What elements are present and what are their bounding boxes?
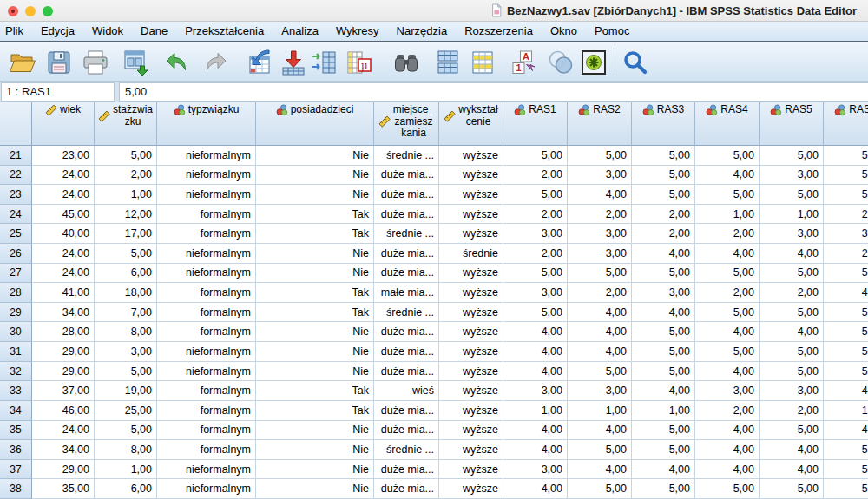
data-cell[interactable]: duże mia... <box>374 342 439 362</box>
data-cell[interactable]: 5,00 <box>695 185 760 205</box>
data-cell[interactable]: 4,00 <box>695 460 760 480</box>
data-cell[interactable]: 41,00 <box>32 283 95 303</box>
data-cell[interactable]: Nie <box>256 479 374 499</box>
data-cell[interactable]: 5,00 <box>760 146 824 166</box>
data-cell[interactable]: 5,00 <box>632 421 695 441</box>
row-number-cell[interactable]: 30 <box>0 322 32 342</box>
data-cell[interactable]: wyższe <box>439 146 503 166</box>
data-cell[interactable]: 5,00 <box>568 440 632 460</box>
data-cell[interactable]: formalnym <box>157 421 256 441</box>
data-cell[interactable]: duże mia... <box>374 362 439 382</box>
data-cell[interactable]: 3,00 <box>760 381 824 401</box>
data-cell[interactable]: 3,00 <box>568 244 632 264</box>
data-cell[interactable]: duże mia... <box>374 401 439 421</box>
data-cell[interactable]: 34,00 <box>32 303 95 323</box>
data-cell[interactable]: 1,00 <box>760 205 824 225</box>
data-cell[interactable]: 5,00 <box>760 362 824 382</box>
data-cell[interactable]: 2,00 <box>95 166 157 186</box>
data-cell[interactable]: 6,00 <box>95 479 157 499</box>
data-cell[interactable]: Nie <box>256 342 374 362</box>
data-cell[interactable]: średnie ... <box>374 224 439 244</box>
data-cell[interactable]: 5,00 <box>632 185 695 205</box>
data-cell[interactable]: duże mia... <box>374 205 439 225</box>
data-cell[interactable]: wyższe <box>439 205 503 225</box>
toolbar-recall-dialogs-button[interactable] <box>120 47 151 78</box>
data-cell[interactable]: 28,00 <box>32 322 95 342</box>
data-cell[interactable]: 4,00 <box>503 440 568 460</box>
data-cell[interactable]: wyższe <box>439 479 503 499</box>
column-header-ras4[interactable]: RAS4 <box>695 102 760 146</box>
data-cell[interactable]: 6,00 <box>95 264 157 284</box>
menu-item-edycja[interactable]: Edycja <box>32 22 83 41</box>
data-cell[interactable]: 2,00 <box>760 401 824 421</box>
data-cell[interactable]: 4,00 <box>695 440 760 460</box>
data-cell[interactable]: 4,00 <box>760 460 824 480</box>
data-cell[interactable]: duże mia... <box>374 264 439 284</box>
data-cell[interactable]: 5,00 <box>760 264 824 284</box>
row-number-cell[interactable]: 32 <box>0 362 32 382</box>
data-cell[interactable]: Tak <box>256 401 374 421</box>
data-cell[interactable]: duże mia... <box>374 244 439 264</box>
data-cell[interactable]: 5,00 <box>824 440 868 460</box>
menu-item-narzedzia[interactable]: Narzędzia <box>388 22 457 41</box>
row-number-cell[interactable]: 36 <box>0 440 32 460</box>
row-number-cell[interactable]: 35 <box>0 421 32 441</box>
data-cell[interactable]: 3,00 <box>760 166 824 186</box>
data-cell[interactable]: wieś <box>374 381 439 401</box>
data-cell[interactable]: 4,00 <box>824 381 868 401</box>
data-cell[interactable]: 4,00 <box>695 322 760 342</box>
data-cell[interactable]: duże mia... <box>374 479 439 499</box>
data-cell[interactable]: średnie ... <box>374 146 439 166</box>
data-cell[interactable]: wyższe <box>439 460 503 480</box>
data-cell[interactable]: 5,00 <box>824 322 868 342</box>
data-cell[interactable]: 5,00 <box>824 146 868 166</box>
toolbar-save-button[interactable] <box>43 47 75 78</box>
data-cell[interactable]: 3,00 <box>503 224 568 244</box>
data-cell[interactable]: 18,00 <box>95 283 157 303</box>
row-number-cell[interactable]: 23 <box>0 185 32 205</box>
menu-item-plik[interactable]: Plik <box>3 22 32 41</box>
data-cell[interactable]: 5,00 <box>695 479 760 499</box>
row-number-cell[interactable]: 38 <box>0 479 32 499</box>
data-cell[interactable]: duże mia... <box>374 166 439 186</box>
data-cell[interactable]: 5,00 <box>695 303 760 323</box>
data-cell[interactable]: Nie <box>256 264 374 284</box>
data-cell[interactable]: 3,00 <box>568 166 632 186</box>
data-cell[interactable]: 5,00 <box>824 185 868 205</box>
column-header-wiek[interactable]: wiek <box>32 102 95 146</box>
data-cell[interactable]: 2,00 <box>503 166 568 186</box>
data-cell[interactable]: 5,00 <box>695 342 760 362</box>
data-cell[interactable]: 5,00 <box>632 440 695 460</box>
toolbar-select-cases-button[interactable] <box>545 47 576 78</box>
menu-item-widok[interactable]: Widok <box>83 22 132 41</box>
data-cell[interactable]: nieformalnym <box>157 166 256 186</box>
data-cell[interactable]: 5,00 <box>632 322 695 342</box>
data-cell[interactable]: 4,00 <box>503 479 568 499</box>
row-number-cell[interactable]: 28 <box>0 283 32 303</box>
data-cell[interactable]: 2,00 <box>824 244 868 264</box>
data-cell[interactable]: 1,00 <box>632 401 695 421</box>
data-cell[interactable]: 3,00 <box>95 342 157 362</box>
data-cell[interactable]: 3,00 <box>760 224 824 244</box>
toolbar-variables-button[interactable] <box>309 47 340 78</box>
data-cell[interactable]: 5,00 <box>824 362 868 382</box>
data-cell[interactable]: 4,00 <box>632 381 695 401</box>
data-cell[interactable]: 4,00 <box>568 460 632 480</box>
data-cell[interactable]: 4,00 <box>568 303 632 323</box>
data-cell[interactable]: 2,00 <box>503 244 568 264</box>
data-cell[interactable]: formalnym <box>157 224 256 244</box>
column-header-ras2[interactable]: RAS2 <box>568 102 632 146</box>
data-cell[interactable]: wyższe <box>439 224 503 244</box>
row-number-cell[interactable]: 31 <box>0 342 32 362</box>
data-cell[interactable]: wyższe <box>439 381 503 401</box>
data-cell[interactable]: wyższe <box>439 342 503 362</box>
data-cell[interactable]: 5,00 <box>503 146 568 166</box>
data-cell[interactable]: 29,00 <box>32 362 95 382</box>
data-cell[interactable]: duże mia... <box>374 185 439 205</box>
row-number-cell[interactable]: 26 <box>0 244 32 264</box>
row-number-cell[interactable]: 29 <box>0 303 32 323</box>
data-cell[interactable]: 3,00 <box>824 224 868 244</box>
data-cell[interactable]: 5,00 <box>568 264 632 284</box>
data-cell[interactable]: 5,00 <box>760 421 824 441</box>
data-cell[interactable]: formalnym <box>157 440 256 460</box>
